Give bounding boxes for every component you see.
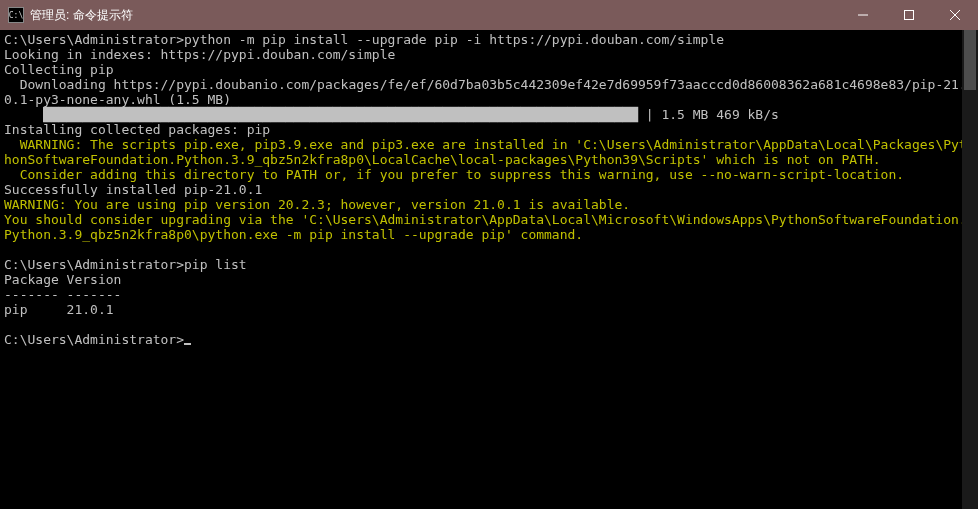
terminal-line: WARNING: The scripts pip.exe, pip3.9.exe…	[4, 137, 974, 167]
terminal-line: Looking in indexes: https://pypi.douban.…	[4, 47, 974, 62]
terminal-line: pip 21.0.1	[4, 302, 974, 317]
close-button[interactable]	[932, 0, 978, 30]
svg-rect-1	[905, 11, 914, 20]
terminal-line: Consider adding this directory to PATH o…	[4, 167, 974, 182]
terminal-line	[4, 242, 974, 257]
terminal-line: You should consider upgrading via the 'C…	[4, 212, 974, 242]
maximize-button[interactable]	[886, 0, 932, 30]
scrollbar[interactable]	[962, 30, 978, 509]
terminal-line: ████████████████████████████████████████…	[4, 107, 974, 122]
minimize-button[interactable]	[840, 0, 886, 30]
cursor	[184, 343, 191, 345]
terminal-line: Collecting pip	[4, 62, 974, 77]
scrollbar-thumb[interactable]	[964, 30, 976, 90]
titlebar[interactable]: C:\ 管理员: 命令提示符	[0, 0, 978, 30]
terminal-line: ------- -------	[4, 287, 974, 302]
terminal-line	[4, 317, 974, 332]
terminal-line: C:\Users\Administrator>python -m pip ins…	[4, 32, 974, 47]
terminal-line: C:\Users\Administrator>pip list	[4, 257, 974, 272]
window-controls	[840, 0, 978, 30]
terminal-line: C:\Users\Administrator>	[4, 332, 974, 347]
terminal-line: WARNING: You are using pip version 20.2.…	[4, 197, 974, 212]
progress-bar: ████████████████████████████████████████…	[43, 107, 638, 122]
terminal-line: Downloading https://pypi.doubanio.com/pa…	[4, 77, 974, 107]
window-title: 管理员: 命令提示符	[30, 7, 840, 24]
terminal-line: Package Version	[4, 272, 974, 287]
cmd-icon: C:\	[8, 7, 24, 23]
progress-suffix: | 1.5 MB 469 kB/s	[638, 107, 779, 122]
terminal-line: Installing collected packages: pip	[4, 122, 974, 137]
terminal-output[interactable]: C:\Users\Administrator>python -m pip ins…	[0, 30, 978, 509]
terminal-line: Successfully installed pip-21.0.1	[4, 182, 974, 197]
